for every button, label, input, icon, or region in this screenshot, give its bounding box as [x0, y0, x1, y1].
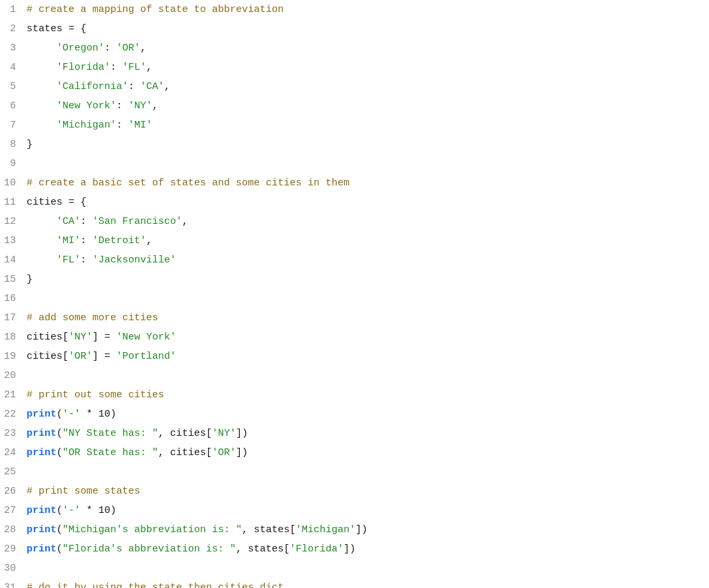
code-token: : — [128, 81, 140, 92]
line-content — [27, 289, 709, 308]
line-number: 11 — [0, 193, 27, 212]
code-token: # add some more cities — [27, 312, 158, 324]
line-number: 31 — [0, 578, 27, 588]
code-token: , states[ — [236, 543, 290, 555]
line-content — [27, 154, 709, 173]
code-token: 10) — [98, 409, 116, 420]
code-token: 'Florida' — [290, 543, 344, 555]
code-token: cities[ — [27, 351, 68, 362]
code-token: ] = — [92, 351, 116, 362]
code-line: 12 'CA': 'San Francisco', — [0, 212, 709, 231]
code-token — [27, 216, 56, 227]
line-number: 27 — [0, 501, 27, 520]
code-token: print — [27, 409, 56, 420]
code-token — [27, 81, 56, 92]
code-token — [27, 62, 56, 73]
code-token: print — [27, 447, 56, 458]
line-number: 10 — [0, 173, 27, 193]
code-token: 'FL' — [122, 62, 146, 73]
line-content: # create a mapping of state to abbreviat… — [27, 0, 709, 19]
code-token — [27, 254, 56, 266]
code-token: 'Jacksonville' — [92, 254, 176, 266]
code-line: 13 'MI': 'Detroit', — [0, 231, 709, 250]
code-token: : — [116, 100, 128, 112]
code-token: 'NY' — [212, 428, 236, 439]
code-token: cities[ — [27, 332, 68, 343]
line-number: 15 — [0, 270, 27, 289]
code-token: ] = — [92, 332, 116, 343]
line-number: 26 — [0, 482, 27, 501]
line-number: 28 — [0, 520, 27, 539]
line-number: 18 — [0, 328, 27, 347]
line-content: 'California': 'CA', — [27, 77, 709, 96]
code-token: : — [104, 43, 116, 54]
code-line: 8} — [0, 135, 709, 154]
code-line: 19cities['OR'] = 'Portland' — [0, 347, 709, 366]
code-token: 'CA' — [56, 216, 80, 227]
code-line: 26# print some states — [0, 482, 709, 501]
code-token: 'OR' — [68, 351, 92, 362]
code-line: 21# print out some cities — [0, 385, 709, 405]
code-token: ]) — [355, 524, 367, 536]
code-token: 'CA' — [140, 81, 164, 92]
code-line: 5 'California': 'CA', — [0, 77, 709, 96]
code-token: 'Detroit' — [92, 235, 146, 246]
code-token: ( — [56, 524, 62, 536]
line-content — [27, 559, 709, 578]
line-number: 21 — [0, 385, 27, 405]
code-token: "Michigan's abbreviation is: " — [62, 524, 242, 536]
code-token: 'Florida' — [56, 62, 110, 73]
code-token: 'FL' — [56, 254, 80, 266]
line-number: 7 — [0, 116, 27, 135]
code-token: # create a mapping of state to abbreviat… — [27, 4, 284, 15]
code-line: 15} — [0, 270, 709, 289]
code-token: # print some states — [27, 486, 140, 497]
line-content: cities = { — [27, 193, 709, 212]
line-content: cities['OR'] = 'Portland' — [27, 347, 709, 366]
code-line: 11cities = { — [0, 193, 709, 212]
code-line: 25 — [0, 462, 709, 482]
code-line: 29print("Florida's abbreviation is: ", s… — [0, 539, 709, 559]
line-content: 'MI': 'Detroit', — [27, 231, 709, 250]
line-number: 12 — [0, 212, 27, 231]
code-token: 'MI' — [56, 235, 80, 246]
code-token: print — [27, 428, 56, 439]
code-token: ]) — [236, 428, 248, 439]
line-number: 30 — [0, 559, 27, 578]
line-number: 23 — [0, 424, 27, 443]
code-line: 22print('-' * 10) — [0, 405, 709, 424]
code-line: 30 — [0, 559, 709, 578]
line-content: print("Michigan's abbreviation is: ", st… — [27, 520, 709, 539]
code-token: : — [110, 62, 122, 73]
code-token: , — [164, 81, 170, 92]
line-number: 17 — [0, 308, 27, 328]
line-number: 9 — [0, 154, 27, 173]
line-content: # print out some cities — [27, 385, 709, 405]
line-content: 'New York': 'NY', — [27, 96, 709, 116]
line-number: 2 — [0, 19, 27, 39]
code-line: 17# add some more cities — [0, 308, 709, 328]
line-content — [27, 462, 709, 482]
code-token: } — [27, 139, 33, 150]
line-number: 4 — [0, 58, 27, 77]
code-line: 27print('-' * 10) — [0, 501, 709, 520]
code-line: 23print("NY State has: ", cities['NY']) — [0, 424, 709, 443]
code-token: 'New York' — [116, 332, 176, 343]
code-token: ( — [56, 543, 62, 555]
code-token: , states[ — [242, 524, 296, 536]
code-token — [27, 100, 56, 112]
code-token: 'Michigan' — [56, 120, 116, 131]
code-token: ( — [56, 428, 62, 439]
code-line: 7 'Michigan': 'MI' — [0, 116, 709, 135]
code-token: 'San Francisco' — [92, 216, 182, 227]
code-token: # print out some cities — [27, 389, 164, 401]
code-token: 'New York' — [56, 100, 116, 112]
code-token: * — [80, 505, 98, 516]
line-number: 3 — [0, 39, 27, 58]
line-content: print("Florida's abbreviation is: ", sta… — [27, 539, 709, 559]
line-number: 22 — [0, 405, 27, 424]
line-content: print('-' * 10) — [27, 501, 709, 520]
line-content: # print some states — [27, 482, 709, 501]
code-token: print — [27, 505, 56, 516]
code-token: # do it by using the state then cities d… — [27, 582, 284, 588]
